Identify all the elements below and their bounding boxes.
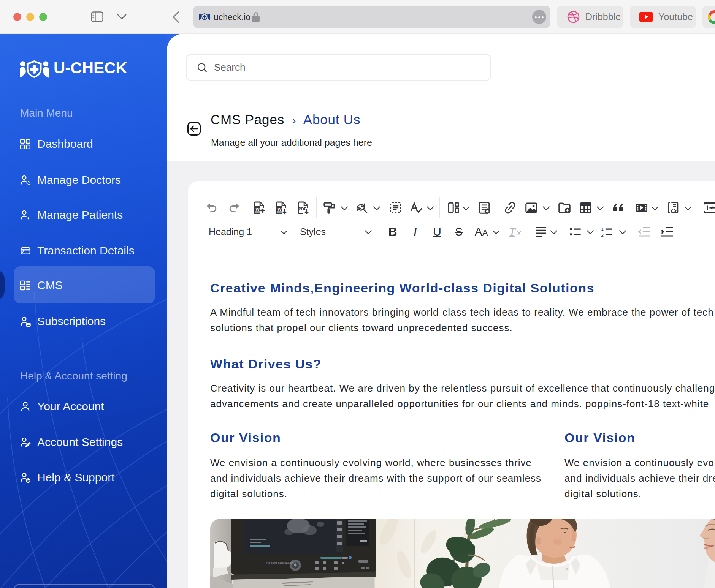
svg-text:1: 1 xyxy=(601,227,603,231)
svg-text:No frame helps available: No frame helps available xyxy=(266,561,296,564)
svg-text:2: 2 xyxy=(601,233,603,237)
svg-text:PDF: PDF xyxy=(298,207,306,211)
svg-text:W: W xyxy=(277,207,282,212)
svg-text:W: W xyxy=(255,207,260,212)
